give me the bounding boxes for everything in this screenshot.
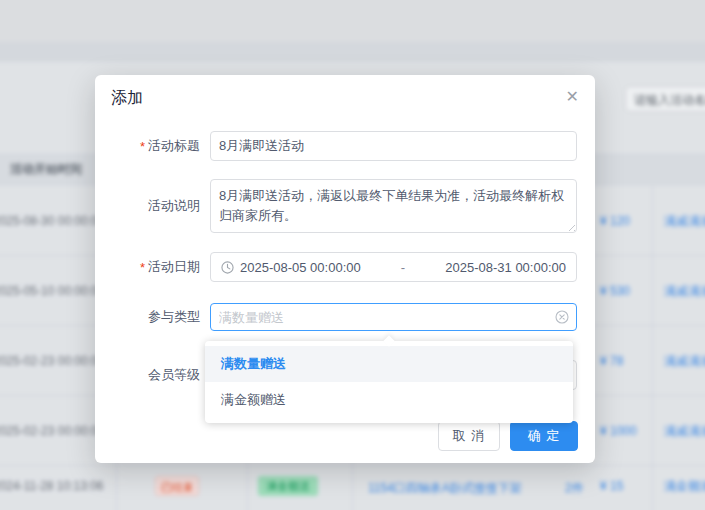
participation-type-control bbox=[210, 303, 577, 331]
clear-circle-icon[interactable] bbox=[555, 310, 569, 324]
activity-description-control: 8月满即送活动，满返以最终下单结果为准，活动最终解析权归商家所有。 bbox=[210, 179, 577, 233]
dropdown-option-quantity[interactable]: 满数量赠送 bbox=[205, 346, 573, 382]
cancel-button[interactable]: 取 消 bbox=[438, 421, 500, 451]
clock-icon bbox=[221, 261, 234, 274]
dropdown-option-amount[interactable]: 满金额赠送 bbox=[205, 382, 573, 418]
member-level-label-text: 会员等级 bbox=[148, 366, 200, 384]
field-activity-title: * 活动标题 bbox=[95, 131, 595, 161]
activity-date-label-text: 活动日期 bbox=[148, 258, 200, 276]
date-range-input[interactable]: 2025-08-05 00:00:00 - 2025-08-31 00:00:0… bbox=[210, 252, 577, 282]
close-icon[interactable]: ✕ bbox=[566, 87, 579, 107]
member-level-label: 会员等级 bbox=[95, 360, 200, 390]
activity-description-label: 活动说明 bbox=[95, 179, 200, 233]
participation-type-label-text: 参与类型 bbox=[148, 308, 200, 326]
date-end-value: 2025-08-31 00:00:00 bbox=[445, 260, 566, 275]
select-dropdown: 满数量赠送 满金额赠送 bbox=[205, 341, 573, 423]
dialog-title: 添加 bbox=[111, 88, 143, 109]
activity-title-label-text: 活动标题 bbox=[148, 137, 200, 155]
add-activity-dialog: 添加 ✕ * 活动标题 活动说明 8月满即送活动，满返以最终下单结果为准，活动最… bbox=[95, 75, 595, 463]
activity-title-input[interactable] bbox=[210, 131, 577, 161]
app-page: 请输入活动名称 活动开始时间 2025-08-30 00:00:00 ¥ 120… bbox=[0, 0, 705, 510]
field-activity-date: * 活动日期 2025-08-05 00:00:00 - 2025-08-31 … bbox=[95, 252, 595, 282]
activity-date-label: * 活动日期 bbox=[95, 252, 200, 282]
activity-title-control bbox=[210, 131, 577, 161]
required-marker: * bbox=[140, 139, 145, 154]
activity-description-label-text: 活动说明 bbox=[148, 197, 200, 215]
participation-type-label: 参与类型 bbox=[95, 303, 200, 331]
field-activity-description: 活动说明 8月满即送活动，满返以最终下单结果为准，活动最终解析权归商家所有。 bbox=[95, 179, 595, 233]
activity-description-textarea[interactable]: 8月满即送活动，满返以最终下单结果为准，活动最终解析权归商家所有。 bbox=[210, 179, 577, 233]
dropdown-arrow-icon bbox=[383, 335, 394, 346]
participation-type-select[interactable] bbox=[210, 303, 577, 331]
date-start-value: 2025-08-05 00:00:00 bbox=[240, 260, 361, 275]
activity-title-label: * 活动标题 bbox=[95, 131, 200, 161]
required-marker: * bbox=[140, 260, 145, 275]
field-participation-type: 参与类型 bbox=[95, 303, 595, 331]
activity-date-control: 2025-08-05 00:00:00 - 2025-08-31 00:00:0… bbox=[210, 252, 577, 282]
date-separator: - bbox=[361, 260, 446, 275]
confirm-button[interactable]: 确 定 bbox=[510, 421, 578, 451]
